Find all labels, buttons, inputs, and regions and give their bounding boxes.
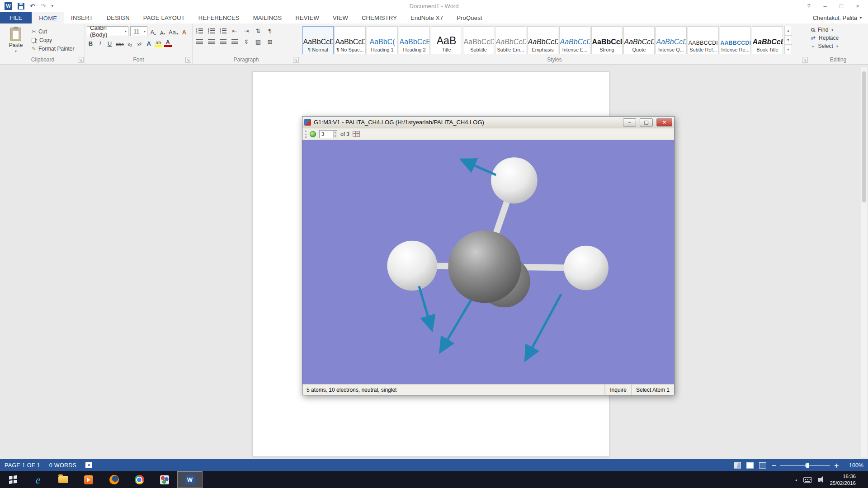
frame-spinner[interactable]: 3 ▴ ▾ bbox=[319, 130, 337, 138]
tab-home[interactable]: HOME bbox=[32, 12, 64, 23]
copy-button[interactable]: Copy bbox=[32, 37, 74, 43]
tab-design[interactable]: DESIGN bbox=[100, 12, 137, 23]
justify-button[interactable] bbox=[230, 37, 240, 46]
style-intense-reference[interactable]: AABBCCDIIntense Re... bbox=[720, 26, 751, 54]
style-intense-emphasis[interactable]: AaBbCcDiIntense E... bbox=[559, 26, 590, 54]
paste-button[interactable]: Paste ▾ bbox=[3, 25, 29, 55]
frame-number-input[interactable]: 3 bbox=[320, 131, 333, 138]
underline-button[interactable]: U bbox=[106, 38, 113, 47]
page-indicator[interactable]: PAGE 1 OF 1 bbox=[5, 462, 40, 469]
align-left-button[interactable] bbox=[194, 37, 204, 46]
scrollbar-thumb[interactable] bbox=[862, 71, 866, 202]
tab-references[interactable]: REFERENCES bbox=[192, 12, 246, 23]
tab-page-layout[interactable]: PAGE LAYOUT bbox=[137, 12, 192, 23]
grow-font-button[interactable]: A▴ bbox=[149, 27, 157, 36]
viewer-maximize-button[interactable]: □ bbox=[640, 118, 653, 127]
close-button[interactable]: × bbox=[850, 1, 865, 11]
format-painter-button[interactable]: ✎ Format Painter bbox=[32, 46, 74, 52]
zoom-slider-thumb[interactable] bbox=[806, 463, 809, 468]
styles-dialog-launcher[interactable]: ↘ bbox=[802, 57, 808, 63]
multilevel-list-button[interactable] bbox=[218, 26, 228, 35]
taskbar-media-app[interactable] bbox=[76, 471, 101, 488]
viewer-minimize-button[interactable]: – bbox=[623, 118, 636, 127]
style-book-title[interactable]: AaBbCcDiBook Title bbox=[752, 26, 783, 54]
cut-button[interactable]: ✂ Cut bbox=[32, 28, 74, 35]
tab-endnote[interactable]: EndNote X7 bbox=[404, 12, 450, 23]
frame-table-icon[interactable] bbox=[353, 131, 360, 137]
toolbar-grip[interactable] bbox=[305, 131, 307, 138]
frame-spinner-arrows[interactable]: ▴ ▾ bbox=[333, 131, 337, 138]
font-size-combo[interactable]: 11 ▾ bbox=[130, 26, 147, 36]
increase-indent-button[interactable]: ⇥ bbox=[241, 26, 251, 35]
print-layout-button[interactable] bbox=[746, 462, 754, 469]
borders-button[interactable]: ⊞ bbox=[265, 37, 275, 46]
read-mode-button[interactable] bbox=[734, 462, 741, 469]
taskbar-firefox[interactable] bbox=[101, 471, 127, 488]
change-case-button[interactable]: Aa▾ bbox=[168, 27, 179, 36]
numbering-button[interactable] bbox=[206, 26, 216, 35]
style-intense-quote[interactable]: AaBbCcDiIntense Q... bbox=[656, 26, 687, 54]
tab-chemistry[interactable]: CHEMISTRY bbox=[355, 12, 404, 23]
viewer-titlebar[interactable]: G1:M3:V1 - PALITA_CH4.LOG (H:/1styearlab… bbox=[302, 117, 674, 128]
style-strong[interactable]: AaBbCcDiStrong bbox=[591, 26, 623, 54]
proofing-status-icon[interactable] bbox=[85, 462, 92, 468]
clear-formatting-button[interactable]: A bbox=[180, 27, 188, 36]
show-hide-pilcrow-button[interactable]: ¶ bbox=[265, 26, 275, 35]
font-color-button[interactable]: A bbox=[164, 38, 172, 47]
viewer-close-button[interactable]: × bbox=[656, 118, 672, 127]
taskbar-internet-explorer[interactable]: e bbox=[25, 471, 51, 488]
align-right-button[interactable] bbox=[218, 37, 228, 46]
style-title[interactable]: AaBTitle bbox=[431, 26, 462, 54]
superscript-button[interactable]: x² bbox=[136, 38, 143, 47]
clock[interactable]: 16:36 25/02/2016 bbox=[830, 473, 856, 486]
active-frame-indicator-icon[interactable] bbox=[310, 131, 316, 137]
style-subtitle[interactable]: AaBbCcDSubtitle bbox=[463, 26, 494, 54]
italic-button[interactable]: I bbox=[96, 38, 104, 47]
select-button[interactable]: ➢ Select ▾ bbox=[811, 43, 839, 49]
tab-proquest[interactable]: ProQuest bbox=[450, 12, 489, 23]
zoom-slider[interactable] bbox=[780, 465, 830, 466]
atom-hydrogen-left[interactable] bbox=[387, 241, 437, 291]
zoom-percentage[interactable]: 100% bbox=[844, 462, 863, 469]
touch-keyboard-icon[interactable] bbox=[803, 477, 812, 483]
clipboard-dialog-launcher[interactable]: ↘ bbox=[78, 57, 84, 63]
zoom-out-button[interactable]: − bbox=[772, 462, 777, 469]
style-emphasis[interactable]: AaBbCcDiEmphasis bbox=[527, 26, 558, 54]
style-no-spacing[interactable]: AaBbCcDc¶ No Spac... bbox=[335, 26, 366, 54]
save-icon[interactable] bbox=[18, 3, 24, 9]
taskbar-gaussview[interactable] bbox=[152, 471, 177, 488]
zoom-in-button[interactable]: + bbox=[834, 462, 839, 469]
sort-button[interactable]: ⇅ bbox=[253, 26, 263, 35]
strikethrough-button[interactable]: abc bbox=[115, 38, 124, 47]
font-dialog-launcher[interactable]: ↘ bbox=[185, 57, 191, 63]
signed-in-user[interactable]: Chentakul, Palita ▾ bbox=[813, 12, 868, 23]
bullets-button[interactable] bbox=[194, 26, 204, 35]
shading-button[interactable]: ▧ bbox=[253, 37, 263, 46]
redo-icon[interactable]: ↷ bbox=[41, 2, 46, 9]
style-subtle-emphasis[interactable]: AaBbCcDiSubtle Em... bbox=[495, 26, 526, 54]
tab-review[interactable]: REVIEW bbox=[288, 12, 326, 23]
shrink-font-button[interactable]: A▾ bbox=[159, 27, 166, 36]
tab-file[interactable]: FILE bbox=[0, 12, 32, 23]
taskbar-chrome[interactable] bbox=[127, 471, 152, 488]
minimize-button[interactable]: – bbox=[817, 1, 833, 11]
frame-up-icon[interactable]: ▴ bbox=[334, 131, 337, 134]
style-normal[interactable]: AaBbCcDc¶ Normal bbox=[302, 26, 334, 54]
style-subtle-reference[interactable]: AABBCCDISubtle Ref... bbox=[688, 26, 719, 54]
text-effects-button[interactable]: A bbox=[145, 38, 153, 47]
styles-more-button[interactable]: ▾ bbox=[784, 45, 792, 54]
style-heading-2[interactable]: AaBbCcEHeading 2 bbox=[399, 26, 430, 54]
atom-carbon[interactable] bbox=[448, 230, 521, 303]
bold-button[interactable]: B bbox=[87, 38, 94, 47]
styles-scroll-down-button[interactable]: ▾ bbox=[784, 35, 792, 45]
tab-view[interactable]: VIEW bbox=[326, 12, 355, 23]
find-button[interactable]: Find ▾ bbox=[811, 27, 839, 33]
help-button[interactable]: ? bbox=[801, 1, 816, 11]
style-heading-1[interactable]: AaBbC(Heading 1 bbox=[367, 26, 398, 54]
word-count[interactable]: 0 WORDS bbox=[49, 462, 76, 469]
style-quote[interactable]: AaBbCcDiQuote bbox=[623, 26, 655, 54]
tray-expand-icon[interactable]: ▴ bbox=[795, 478, 797, 482]
start-button[interactable] bbox=[0, 471, 25, 488]
font-family-combo[interactable]: Calibri (Body) ▾ bbox=[87, 26, 128, 36]
highlight-button[interactable]: ab bbox=[155, 38, 162, 47]
